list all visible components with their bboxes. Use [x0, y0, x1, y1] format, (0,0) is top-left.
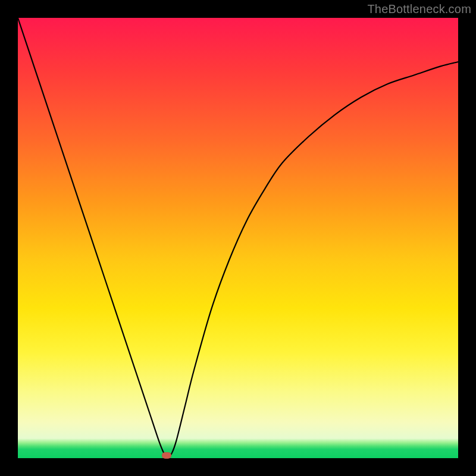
bottleneck-curve	[18, 18, 458, 458]
chart-plot-area	[18, 18, 458, 458]
watermark-text: TheBottleneck.com	[367, 2, 471, 16]
optimal-point-marker	[162, 452, 171, 459]
chart-frame: TheBottleneck.com	[0, 0, 476, 476]
